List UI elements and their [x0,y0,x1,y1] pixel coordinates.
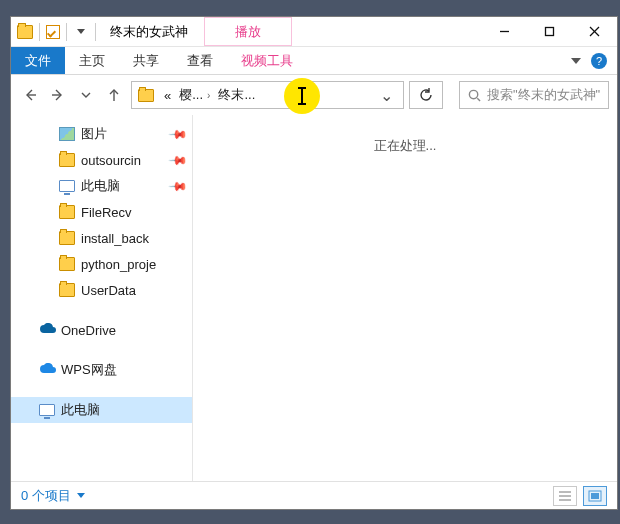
navigation-pane[interactable]: 图片📌 outsourcin📌 此电脑📌 FileRecv install_ba… [11,115,193,481]
tree-item[interactable]: UserData [11,277,192,303]
svg-line-8 [477,98,480,101]
back-button[interactable] [19,84,41,106]
item-count: 0 个项目 [21,487,71,505]
folder-icon [59,283,75,297]
tab-video-tools[interactable]: 视频工具 [227,47,307,74]
title-bar: 终末的女武神 播放 [11,17,617,47]
ribbon-context-title: 播放 [204,17,292,46]
search-placeholder: 搜索"终末的女武神" [487,86,600,104]
crumb-prefix[interactable]: « [160,82,175,108]
qat-dropdown-icon[interactable] [77,29,85,34]
explorer-window: 终末的女武神 播放 文件 主页 共享 查看 视频工具 ? « 樱...› 终末.… [10,16,618,510]
history-dropdown-icon[interactable] [75,84,97,106]
svg-rect-13 [591,493,599,499]
body: 图片📌 outsourcin📌 此电脑📌 FileRecv install_ba… [11,115,617,481]
help-icon[interactable]: ? [591,53,607,69]
nav-bar: « 樱...› 终末... ⌄ 搜索"终末的女武神" [11,75,617,115]
folder-icon [59,205,75,219]
breadcrumb-item[interactable]: 樱...› [175,82,214,108]
address-dropdown-icon[interactable]: ⌄ [370,86,403,105]
tree-item-thispc[interactable]: 此电脑 [11,397,192,423]
svg-point-7 [469,90,477,98]
onedrive-icon [39,323,55,337]
tree-item-onedrive[interactable]: OneDrive [11,317,192,343]
folder-icon [59,153,75,167]
svg-rect-1 [546,28,554,36]
tree-item[interactable]: install_back [11,225,192,251]
wps-cloud-icon [39,363,55,377]
refresh-button[interactable] [409,81,443,109]
close-button[interactable] [572,18,617,46]
address-bar[interactable]: « 樱...› 终末... ⌄ [131,81,404,109]
address-folder-icon [138,89,154,102]
folder-icon [59,257,75,271]
status-bar: 0 个项目 [11,481,617,509]
minimize-button[interactable] [482,18,527,46]
text-cursor-highlight [284,78,320,114]
window-title: 终末的女武神 [102,23,196,41]
status-dropdown-icon[interactable] [77,493,85,498]
forward-button[interactable] [47,84,69,106]
search-icon [468,89,481,102]
tab-file[interactable]: 文件 [11,47,65,74]
content-area: 正在处理... [193,115,617,481]
breadcrumb-item[interactable]: 终末... [214,82,259,108]
pin-icon: 📌 [168,150,189,171]
app-icon [17,25,33,39]
pc-icon [39,404,55,416]
qat-properties-icon[interactable] [46,25,60,39]
pc-icon [59,180,75,192]
tree-item[interactable]: outsourcin📌 [11,147,192,173]
tab-share[interactable]: 共享 [119,47,173,74]
maximize-button[interactable] [527,18,572,46]
tree-item[interactable]: 此电脑📌 [11,173,192,199]
tab-home[interactable]: 主页 [65,47,119,74]
tree-item[interactable]: 图片📌 [11,121,192,147]
pin-icon: 📌 [168,176,189,197]
ribbon: 文件 主页 共享 查看 视频工具 ? [11,47,617,75]
up-button[interactable] [103,84,125,106]
tab-view[interactable]: 查看 [173,47,227,74]
loading-text: 正在处理... [374,137,437,155]
ribbon-collapse-icon[interactable] [571,58,581,64]
thumbnail-view-button[interactable] [583,486,607,506]
tree-item[interactable]: FileRecv [11,199,192,225]
pin-icon: 📌 [168,124,189,145]
tree-item-wps[interactable]: WPS网盘 [11,357,192,383]
details-view-button[interactable] [553,486,577,506]
folder-icon [59,231,75,245]
pictures-icon [59,127,75,141]
search-input[interactable]: 搜索"终末的女武神" [459,81,609,109]
tree-item[interactable]: python_proje [11,251,192,277]
